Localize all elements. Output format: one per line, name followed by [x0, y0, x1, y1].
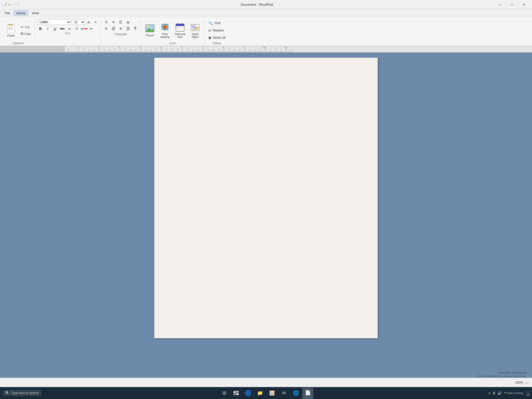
- insert-object-icon: [190, 22, 200, 33]
- font-shrink-button[interactable]: A: [93, 19, 98, 25]
- search-text: Type here to search: [11, 391, 39, 395]
- decrease-indent-button[interactable]: ≡: [110, 19, 117, 25]
- svg-text:3: 3: [119, 46, 120, 49]
- zoom-controls: 100% —: [515, 381, 529, 385]
- strikethrough-button[interactable]: abc: [59, 26, 66, 31]
- select-all-button[interactable]: ▣ Select all: [206, 34, 228, 41]
- svg-rect-19: [181, 26, 183, 28]
- taskbar-right: ∧ 🖥 🔊 ☂ Rain coming --:-- 12/: [488, 390, 530, 396]
- small-buttons: ✂ Cut ⧉ Copy: [19, 24, 33, 37]
- replace-button[interactable]: ⇄ Replace: [206, 27, 228, 34]
- svg-point-16: [182, 23, 183, 24]
- menu-home[interactable]: Home: [13, 10, 29, 16]
- mail-button[interactable]: ✉: [278, 388, 289, 398]
- volume-icon[interactable]: 🔊: [497, 391, 502, 395]
- superscript-button[interactable]: x²: [74, 26, 80, 31]
- align-center-button[interactable]: ☰: [110, 26, 117, 31]
- wordpad-taskbar-button[interactable]: 📄: [302, 388, 313, 398]
- maximize-button[interactable]: □: [506, 0, 518, 9]
- svg-rect-23: [192, 25, 196, 28]
- svg-text:1: 1: [77, 46, 79, 49]
- underline-button[interactable]: U: [52, 26, 58, 31]
- svg-text:4: 4: [140, 46, 141, 49]
- menu-view[interactable]: View: [29, 10, 42, 16]
- svg-text:6: 6: [181, 46, 183, 49]
- svg-point-12: [164, 26, 166, 28]
- svg-point-7: [147, 25, 149, 28]
- rtl-button[interactable]: ¶: [132, 26, 139, 31]
- edge-button[interactable]: 🌀: [243, 388, 254, 398]
- justify-button[interactable]: ☰: [125, 26, 131, 31]
- picture-label: Picture: [146, 34, 154, 37]
- line-spacing-button[interactable]: ≣: [125, 19, 131, 25]
- document-canvas[interactable]: [0, 52, 532, 390]
- align-left-button[interactable]: ≡: [103, 26, 110, 31]
- svg-rect-5: [8, 29, 13, 30]
- clipboard-inner: Paste ✂ Cut ⧉ Copy: [4, 19, 33, 41]
- find-icon: 🔍: [208, 21, 213, 25]
- paint-label: Paint: [162, 33, 168, 36]
- datetime-button[interactable]: Date and time: [173, 21, 187, 39]
- minimize-button[interactable]: —: [494, 0, 506, 9]
- app-icon: 📝: [2, 2, 7, 7]
- paint-drawing-button[interactable]: Paint drawing: [158, 21, 172, 39]
- taskbar-search[interactable]: 🔍 Type here to search: [2, 390, 42, 396]
- svg-text:2: 2: [98, 46, 99, 49]
- weather-widget: ☂ Rain coming: [504, 391, 523, 395]
- cut-label: Cut: [25, 25, 29, 29]
- svg-rect-80: [234, 391, 236, 394]
- close-button[interactable]: ✕: [518, 0, 530, 9]
- tray-arrow[interactable]: ∧: [488, 391, 491, 395]
- font-size-select[interactable]: 11 8910 121416: [72, 19, 85, 25]
- zoom-out-button[interactable]: —: [525, 381, 529, 385]
- replace-label: Replace: [212, 29, 224, 32]
- menu-file[interactable]: File: [2, 10, 13, 16]
- svg-rect-17: [177, 26, 178, 28]
- insert-object-button[interactable]: Insert object: [188, 21, 202, 39]
- font-grow-button[interactable]: A: [86, 19, 92, 25]
- taskbar-clock: --:-- 12/: [525, 390, 530, 396]
- para-row1: ≡ ≡ ☰ ≣: [103, 19, 139, 25]
- status-bar: 100% —: [0, 378, 532, 387]
- bold-button[interactable]: B: [37, 26, 44, 31]
- task-view-button[interactable]: [231, 388, 242, 398]
- paste-button[interactable]: Paste: [4, 23, 18, 38]
- font-family-select[interactable]: Calibri Arial Times New Roman: [37, 19, 71, 25]
- svg-rect-3: [8, 27, 13, 28]
- paste-label: Paste: [7, 34, 15, 37]
- svg-text:·11·: ·11·: [284, 46, 287, 49]
- replace-icon: ⇄: [208, 29, 211, 32]
- window-controls: — □ ✕: [494, 0, 530, 9]
- document-page[interactable]: [154, 58, 378, 338]
- increase-indent-button[interactable]: ≡: [103, 19, 110, 25]
- chrome-button[interactable]: 🌐: [290, 388, 301, 398]
- picture-icon: [145, 24, 155, 34]
- picture-button[interactable]: Picture: [143, 23, 157, 38]
- font-label: Font: [37, 32, 98, 35]
- svg-rect-18: [179, 26, 181, 28]
- align-right-button[interactable]: ≡: [117, 26, 124, 31]
- search-icon: 🔍: [5, 391, 10, 395]
- find-button[interactable]: 🔍 Find: [206, 20, 228, 26]
- subscript-button[interactable]: x₂: [66, 26, 73, 31]
- insert-object-label1: Insert: [192, 33, 198, 36]
- copy-label: Copy: [24, 32, 31, 35]
- font-color-button[interactable]: A: [81, 26, 88, 31]
- highlight-button[interactable]: ✏: [88, 26, 95, 31]
- copy-button[interactable]: ⧉ Copy: [19, 31, 33, 37]
- svg-rect-21: [179, 28, 181, 29]
- cut-button[interactable]: ✂ Cut: [19, 24, 33, 30]
- copy-icon: ⧉: [21, 31, 23, 36]
- italic-button[interactable]: I: [44, 26, 51, 31]
- svg-rect-1: [7, 25, 15, 33]
- paint-drawing-icon: [160, 22, 170, 33]
- file-explorer-button[interactable]: 📁: [255, 388, 265, 398]
- select-all-icon: ▣: [208, 36, 211, 39]
- system-tray: ∧ 🖥 🔊: [488, 391, 502, 395]
- paragraph-group: ≡ ≡ ☰ ≣ ≡ ☰ ≡ ☰ ¶ Paragraph: [101, 18, 141, 46]
- store-button[interactable]: 🪟: [267, 388, 277, 398]
- start-button[interactable]: ⊞: [219, 388, 230, 398]
- svg-text:9: 9: [244, 46, 245, 49]
- svg-rect-4: [8, 28, 12, 29]
- list-bullets-button[interactable]: ☰: [117, 19, 124, 25]
